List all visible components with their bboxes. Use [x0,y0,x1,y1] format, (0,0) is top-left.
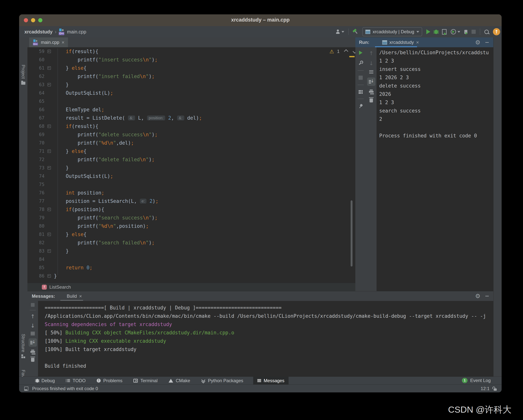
soft-wrap-icon[interactable] [369,70,373,74]
breadcrumb-function[interactable]: ListSearch [49,285,71,290]
gear-icon[interactable] [475,293,480,299]
fold-marker[interactable] [48,233,51,236]
code-line[interactable]: 79 printf("search success\n"); [27,214,355,222]
close-icon[interactable]: × [62,40,64,45]
hide-panel-icon[interactable] [485,42,489,43]
scroll-to-end-button[interactable] [29,338,37,347]
gear-icon[interactable] [475,39,480,46]
bottom-tab-debug[interactable]: Debug [35,377,56,385]
unlock-icon[interactable] [494,388,497,391]
bottom-tab-problems[interactable]: Problems [96,377,123,385]
restore-layout-icon[interactable] [359,90,363,94]
close-icon[interactable]: × [79,294,82,299]
code-line[interactable]: 64 OutputSqList(L); [27,89,355,97]
fold-marker[interactable] [48,208,51,211]
code-editor[interactable]: 59 if(result){60 printf("insert success\… [27,47,355,283]
fold-marker[interactable] [48,150,51,153]
fold-marker[interactable] [48,166,51,170]
run-configuration-select[interactable]: xrcaddstudy | Debug [362,27,422,36]
run-button[interactable] [426,29,430,34]
fold-marker[interactable] [48,83,51,86]
code-line[interactable]: 75 [27,180,355,189]
pin-tab-icon[interactable] [358,103,364,109]
inspection-widget[interactable]: 1 [329,48,356,55]
bottom-tab-terminal[interactable]: Terminal [132,377,159,385]
fold-marker[interactable] [48,125,51,128]
bottom-tab-todo[interactable]: TODO [65,377,87,385]
code-token [54,190,66,196]
build-output[interactable]: ====================[ Build | xrcaddstud… [38,301,493,377]
messages-tab-build[interactable]: Build × [67,293,82,299]
fold-marker[interactable] [48,50,51,53]
edit-configuration-icon[interactable] [357,59,364,66]
print-icon[interactable] [31,350,35,354]
tool-window-toggle-icon[interactable] [24,387,28,391]
profiler-button[interactable] [451,29,460,34]
clear-all-icon[interactable] [31,358,34,362]
update-available-icon[interactable] [493,28,500,35]
debug-button[interactable] [434,30,438,34]
code-token: printf( [54,223,98,229]
code-line[interactable]: 72 printf("delete failed\n"); [27,155,355,164]
rerun-button[interactable] [359,51,362,55]
close-icon[interactable]: × [416,40,419,45]
code-line[interactable]: 68 if(result){ [27,122,355,130]
soft-wrap-icon[interactable] [31,332,35,335]
code-line[interactable]: 83 } [27,247,355,255]
breadcrumb-project[interactable]: xrcaddstudy [25,29,53,35]
code-line[interactable]: 77 position = ListSearch(L, e: 2); [27,197,355,205]
code-line[interactable]: 70 printf("%d\n",del); [27,139,355,147]
code-line[interactable]: 69 printf("delete success\n"); [27,130,355,139]
bottom-tab-cmake[interactable]: CMake [167,377,191,385]
user-menu-button[interactable] [336,30,344,34]
build-hammer-icon[interactable] [352,28,360,36]
run-console-output[interactable]: /Users/bellin/CLionProjects/xrcaddstu1 2… [376,47,493,291]
editor-breadcrumb-bar: f ListSearch [27,283,355,291]
breadcrumb-file[interactable]: main.cpp [67,29,86,35]
code-line[interactable]: 76 int position; [27,189,355,197]
terminal-icon [133,379,138,383]
sidebar-tab-structure[interactable]: Structure [19,332,27,360]
code-line[interactable]: 78 if(position){ [27,205,355,214]
print-icon[interactable] [369,90,374,94]
prev-message-icon[interactable] [31,313,35,320]
fold-marker[interactable] [48,249,51,253]
code-line[interactable]: 59 if(result){ [27,47,355,55]
code-line[interactable]: 85 return 0; [27,263,355,272]
next-message-icon[interactable] [31,323,35,329]
code-line[interactable]: 66 ElemType del; [27,105,355,114]
code-token: ,position) [116,223,146,229]
editor-tab-main-cpp[interactable]: C++ main.cpp × [29,37,68,47]
title-bar[interactable]: xrcaddstudy – main.cpp [19,14,502,26]
code-line[interactable]: 81 } else{ [27,230,355,238]
code-line[interactable]: 60 printf("insert success\n"); [27,55,355,64]
code-line[interactable]: 67 result = ListDelete( &: L, position: … [27,114,355,122]
editor-scrollbar[interactable] [351,200,352,267]
code-line[interactable]: 62 printf("insert failed\n"); [27,72,355,80]
code-line[interactable]: 80 printf("%d\n",position); [27,222,355,230]
sidebar-tab-project[interactable]: Project [19,63,27,87]
code-line[interactable]: 84 [27,255,355,263]
run-with-coverage-button[interactable] [442,29,447,35]
fold-marker[interactable] [48,66,51,70]
code-line[interactable]: 65 [27,97,355,105]
search-everywhere-button[interactable] [484,30,489,34]
code-line[interactable]: 73 } [27,164,355,172]
hide-panel-icon[interactable] [485,296,489,296]
scroll-to-end-button[interactable] [367,78,376,86]
attach-to-process-button[interactable] [464,30,467,34]
event-log-button[interactable]: 1 Event Log [462,377,491,384]
bottom-tab-python-packages[interactable]: Python Packages [200,377,245,385]
bottom-tab-messages[interactable]: Messages [253,377,289,385]
code-line[interactable]: 71 } else{ [27,147,355,155]
code-line[interactable]: 74 OutputSqList(L); [27,172,355,180]
code-line[interactable]: 82 printf("search failed\n"); [27,238,355,247]
code-line[interactable]: 61 } else{ [27,64,355,72]
caret-position[interactable]: 12:1 [481,386,490,391]
code-line[interactable]: 63 } [27,80,355,89]
prev-warning-icon[interactable] [344,49,348,54]
code-line[interactable]: 86} [27,272,355,280]
clear-all-icon[interactable] [369,98,373,103]
run-tab-xrcaddstudy[interactable]: xrcaddstudy × [382,40,419,45]
fold-marker[interactable] [48,274,51,278]
